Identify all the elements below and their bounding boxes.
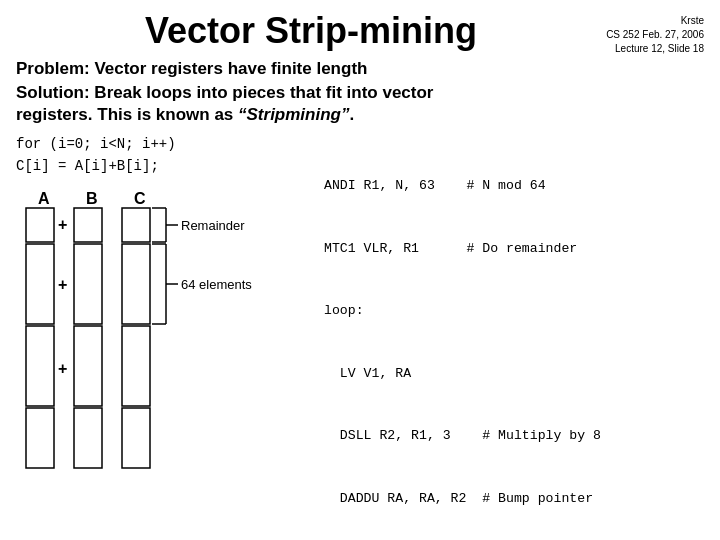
svg-text:+: + bbox=[58, 360, 67, 377]
code-line1: for (i=0; i<N; i++) bbox=[16, 134, 316, 156]
meta-line1: Krste bbox=[681, 15, 704, 26]
main-content: for (i=0; i<N; i++) C[i] = A[i]+B[i]; A … bbox=[16, 134, 704, 540]
asm-loop-label: loop: bbox=[324, 301, 704, 322]
svg-rect-9 bbox=[74, 326, 102, 406]
svg-rect-10 bbox=[74, 408, 102, 468]
asm-dsll: DSLL R2, R1, 3 # Multiply by 8 bbox=[324, 426, 704, 447]
asm-andi: ANDI R1, N, 63 # N mod 64 bbox=[324, 176, 704, 197]
vector-diagram: A B C bbox=[16, 186, 306, 496]
for-loop-code: for (i=0; i<N; i++) C[i] = A[i]+B[i]; bbox=[16, 134, 316, 177]
svg-rect-13 bbox=[122, 326, 150, 406]
asm-mtc1-r1: MTC1 VLR, R1 # Do remainder bbox=[324, 239, 704, 260]
stripmining-term: “Stripmining” bbox=[238, 105, 349, 124]
asm-code: ANDI R1, N, 63 # N mod 64 MTC1 VLR, R1 #… bbox=[324, 134, 704, 540]
right-panel: ANDI R1, N, 63 # N mod 64 MTC1 VLR, R1 #… bbox=[316, 134, 704, 540]
header-row: Vector Strip-mining Krste CS 252 Feb. 27… bbox=[16, 10, 704, 56]
svg-text:64 elements: 64 elements bbox=[181, 277, 252, 292]
code-line2: C[i] = A[i]+B[i]; bbox=[16, 156, 316, 178]
asm-lv-v1: LV V1, RA bbox=[324, 364, 704, 385]
svg-rect-3 bbox=[26, 208, 54, 242]
svg-rect-7 bbox=[74, 208, 102, 242]
meta-line2: CS 252 Feb. 27, 2006 bbox=[606, 29, 704, 40]
svg-rect-14 bbox=[122, 408, 150, 468]
svg-text:+: + bbox=[58, 276, 67, 293]
diagram-area: A B C bbox=[16, 186, 316, 496]
svg-rect-11 bbox=[122, 208, 150, 242]
solution-indent: registers. This is known as “Stripmining… bbox=[16, 105, 354, 124]
svg-text:B: B bbox=[86, 190, 98, 207]
svg-text:A: A bbox=[38, 190, 50, 207]
solution-statement: Solution: Break loops into pieces that f… bbox=[16, 82, 704, 126]
svg-text:Remainder: Remainder bbox=[181, 218, 245, 233]
svg-rect-6 bbox=[26, 408, 54, 468]
page: Vector Strip-mining Krste CS 252 Feb. 27… bbox=[0, 0, 720, 540]
svg-rect-8 bbox=[74, 244, 102, 324]
page-title: Vector Strip-mining bbox=[145, 10, 477, 51]
svg-text:C: C bbox=[134, 190, 146, 207]
svg-rect-4 bbox=[26, 244, 54, 324]
svg-rect-5 bbox=[26, 326, 54, 406]
asm-daddu-ra: DADDU RA, RA, R2 # Bump pointer bbox=[324, 489, 704, 510]
solution-line1: Solution: Break loops into pieces that f… bbox=[16, 83, 433, 102]
meta-info: Krste CS 252 Feb. 27, 2006 Lecture 12, S… bbox=[606, 10, 704, 56]
meta-line3: Lecture 12, Slide 18 bbox=[615, 43, 704, 54]
svg-rect-12 bbox=[122, 244, 150, 324]
left-panel: for (i=0; i<N; i++) C[i] = A[i]+B[i]; A … bbox=[16, 134, 316, 540]
problem-statement: Problem: Vector registers have finite le… bbox=[16, 58, 704, 80]
svg-text:+: + bbox=[58, 216, 67, 233]
